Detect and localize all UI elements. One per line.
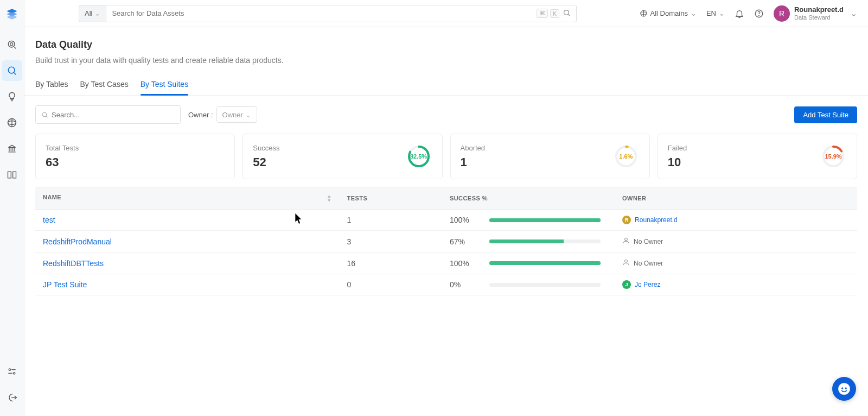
chevron-down-icon: ⌄	[94, 9, 100, 17]
chevron-down-icon: ⌄	[850, 8, 857, 18]
owner-link[interactable]: Rounakpreet.d	[635, 216, 678, 224]
user-role: Data Steward	[794, 14, 844, 21]
nav-insights-icon[interactable]	[2, 86, 22, 107]
svg-line-4	[14, 73, 16, 75]
suite-search-input[interactable]	[52, 111, 175, 119]
ring-failed: 15.9%	[820, 143, 847, 170]
tests-cell: 3	[340, 231, 442, 253]
svg-line-13	[568, 14, 570, 16]
chevron-down-icon: ⌄	[719, 9, 725, 17]
progress-bar	[489, 283, 601, 287]
col-tests[interactable]: TESTS	[340, 187, 442, 210]
user-icon	[622, 237, 630, 246]
svg-point-28	[838, 383, 850, 395]
suite-link[interactable]: RedshiftDBTTests	[43, 259, 104, 268]
card-value: 10	[668, 155, 687, 169]
svg-line-19	[46, 116, 47, 117]
svg-point-0	[8, 41, 15, 47]
sort-icon: ▲▼	[327, 194, 331, 203]
owner-label: No Owner	[634, 238, 663, 245]
success-pct: 0%	[450, 280, 480, 289]
ring-success: 82.5%	[405, 143, 432, 170]
svg-point-9	[14, 373, 15, 374]
help-button[interactable]	[754, 9, 764, 18]
user-icon	[622, 259, 630, 268]
success-pct: 67%	[450, 237, 480, 246]
tab-by-test-suites[interactable]: By Test Suites	[141, 74, 188, 95]
svg-point-7	[9, 369, 10, 370]
card-label: Success	[253, 144, 279, 152]
logo[interactable]	[4, 7, 20, 22]
main: Data Quality Build trust in your data wi…	[24, 27, 868, 416]
svg-point-18	[42, 112, 47, 117]
search-input[interactable]	[112, 9, 536, 17]
notifications-button[interactable]	[735, 9, 744, 18]
card-label: Total Tests	[46, 144, 79, 152]
card-value: 1	[461, 155, 486, 169]
nav-logout-icon[interactable]	[2, 387, 22, 408]
global-search[interactable]: ⌘ K	[106, 5, 577, 22]
search-scope-select[interactable]: All ⌄	[79, 5, 106, 22]
svg-point-12	[564, 10, 569, 15]
svg-point-30	[845, 387, 847, 389]
nav-settings-icon[interactable]	[2, 361, 22, 382]
nav-domains-icon[interactable]	[2, 112, 22, 133]
svg-line-2	[14, 47, 16, 48]
user-menu[interactable]: R Rounakpreet.d Data Steward ⌄	[774, 5, 857, 22]
chevron-down-icon: ⌄	[245, 111, 251, 119]
card-value: 52	[253, 155, 279, 169]
tab-by-tables[interactable]: By Tables	[35, 74, 68, 95]
card-value: 63	[46, 155, 79, 169]
col-owner[interactable]: OWNER	[615, 187, 857, 210]
success-pct: 100%	[450, 216, 480, 224]
svg-point-3	[8, 67, 15, 73]
col-name[interactable]: NAME▲▼	[35, 187, 340, 210]
chat-fab[interactable]	[832, 377, 856, 401]
language-button[interactable]: EN ⌄	[706, 9, 725, 17]
svg-point-17	[759, 15, 760, 16]
table-row: RedshiftDBTTests16100%No Owner	[35, 253, 857, 274]
card-label: Failed	[668, 144, 687, 152]
nav-explore-icon[interactable]	[2, 34, 22, 55]
suite-link[interactable]: test	[43, 216, 55, 224]
ring-percent: 1.6%	[612, 143, 640, 170]
chevron-down-icon: ⌄	[691, 9, 697, 17]
search-scope-label: All	[85, 9, 92, 17]
tabs: By Tables By Test Cases By Test Suites	[24, 74, 868, 96]
kbd-shortcut: ⌘ K	[537, 9, 559, 18]
card-success: Success 52 82.5%	[242, 134, 442, 179]
card-aborted: Aborted 1 1.6%	[450, 134, 650, 179]
svg-point-1	[10, 43, 13, 46]
card-failed: Failed 10 15.9%	[658, 134, 857, 179]
add-test-suite-button[interactable]: Add Test Suite	[794, 106, 857, 123]
suite-search[interactable]	[35, 105, 181, 124]
table-row: test1100%RRounakpreet.d	[35, 210, 857, 231]
sidebar	[0, 0, 24, 416]
owner-link[interactable]: Jo Perez	[635, 281, 660, 288]
tests-cell: 16	[340, 253, 442, 274]
owner-filter-label: Owner :	[188, 111, 213, 119]
nav-data-quality-icon[interactable]	[2, 60, 22, 81]
language-label: EN	[706, 9, 716, 17]
ring-percent: 82.5%	[405, 143, 432, 170]
page-title: Data Quality	[35, 39, 857, 51]
tab-by-test-cases[interactable]: By Test Cases	[80, 74, 128, 95]
ring-percent: 15.9%	[820, 143, 847, 170]
nav-glossary-icon[interactable]	[2, 165, 22, 185]
nav-governance-icon[interactable]	[2, 138, 22, 159]
owner-filter-select[interactable]: Owner ⌄	[216, 106, 257, 123]
page-subtitle: Build trust in your data with quality te…	[35, 56, 857, 65]
suite-link[interactable]: JP Test Suite	[43, 280, 87, 289]
table-row: RedshiftProdManual367%No Owner	[35, 231, 857, 253]
card-total-tests: Total Tests 63	[35, 134, 235, 179]
table-row: JP Test Suite00%JJo Perez	[35, 274, 857, 295]
suite-link[interactable]: RedshiftProdManual	[43, 237, 112, 246]
owner-label: No Owner	[634, 260, 663, 267]
avatar: R	[774, 5, 790, 22]
search-icon	[563, 9, 571, 18]
progress-bar	[489, 261, 601, 265]
svg-point-29	[841, 387, 843, 389]
tests-cell: 1	[340, 210, 442, 231]
domains-button[interactable]: All Domains ⌄	[640, 9, 697, 17]
progress-bar	[489, 239, 601, 243]
